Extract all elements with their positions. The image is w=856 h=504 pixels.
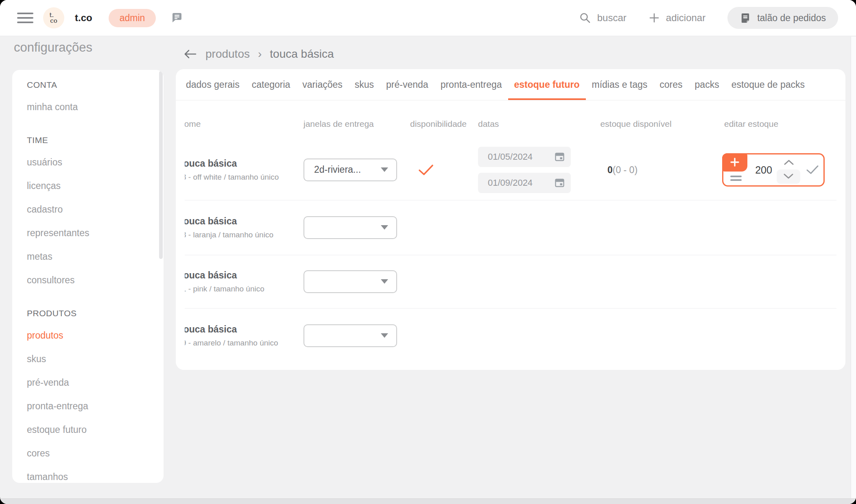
- tab-estoque-futuro[interactable]: estoque futuro: [508, 69, 586, 100]
- set-mode-button[interactable]: [730, 176, 742, 181]
- breadcrumb: produtos › touca básica: [183, 48, 334, 61]
- chat-icon[interactable]: [170, 11, 183, 24]
- stock-range-value: (0 - 0): [613, 164, 638, 175]
- sidebar-item-skus[interactable]: skus: [27, 347, 164, 371]
- sidebar-item-estoque-futuro[interactable]: estoque futuro: [27, 418, 164, 441]
- chevron-down-icon: [381, 279, 388, 284]
- sidebar-scrollbar[interactable]: [159, 71, 163, 259]
- delivery-window-select[interactable]: [304, 216, 397, 239]
- order-pad-label: talão de pedidos: [757, 13, 826, 24]
- sidebar-item-minha-conta[interactable]: minha conta: [27, 95, 164, 119]
- order-pad-button[interactable]: talão de pedidos: [727, 7, 838, 29]
- delivery-window-value: 2d-riviera...: [314, 164, 361, 175]
- sidebar-group-time: TIME: [27, 130, 164, 150]
- tab-estoque-de-packs[interactable]: estoque de packs: [725, 69, 811, 100]
- delivery-window-select[interactable]: [304, 324, 397, 347]
- search-icon: [579, 12, 591, 24]
- equals-icon: [730, 176, 742, 177]
- sku-name-cell: touca básica 8 - laranja / tamanho único: [185, 216, 301, 239]
- search-label: buscar: [597, 12, 627, 24]
- table-header: nome janelas de entrega disponibilidade …: [176, 115, 845, 133]
- sidebar-item-pronta-entrega[interactable]: pronta-entrega: [27, 394, 164, 418]
- delivery-window-select[interactable]: 2d-riviera...: [304, 159, 397, 181]
- page-horizontal-scrollbar[interactable]: [0, 498, 856, 504]
- product-name: touca básica: [185, 216, 237, 227]
- sidebar-item-tamanhos[interactable]: tamanhos: [27, 465, 164, 483]
- increment-mode-button[interactable]: [722, 153, 747, 172]
- confirm-stock-button[interactable]: [806, 165, 819, 174]
- availability-check-icon: [418, 164, 434, 176]
- role-badge: admin: [109, 9, 156, 27]
- edit-stock-widget: 200: [722, 153, 825, 187]
- sidebar-item-produtos[interactable]: produtos: [27, 324, 164, 347]
- tab-packs[interactable]: packs: [689, 69, 725, 100]
- table-row: touca básica 8 - off white / tamanho úni…: [176, 140, 845, 199]
- breadcrumb-current: touca básica: [270, 48, 334, 61]
- sidebar-item-consultores[interactable]: consultores: [27, 268, 164, 292]
- tab-pronta-entrega[interactable]: pronta-entrega: [435, 69, 508, 100]
- sku-name-cell: touca básica 9 - amarelo / tamanho único: [185, 324, 301, 348]
- page-vertical-scrollbar[interactable]: [851, 37, 856, 498]
- product-name: touca básica: [185, 324, 237, 335]
- sidebar-group-conta: CONTA: [27, 75, 164, 95]
- end-date-input[interactable]: 01/09/2024: [478, 173, 571, 193]
- plus-icon: [649, 12, 660, 24]
- sku-name-cell: touca básica 8 - off white / tamanho úni…: [185, 158, 301, 182]
- sidebar-item-representantes[interactable]: representantes: [27, 221, 164, 245]
- tab-cores[interactable]: cores: [653, 69, 688, 100]
- column-header-datas: datas: [478, 119, 499, 129]
- sidebar-item-usuarios[interactable]: usuários: [27, 150, 164, 174]
- search-button[interactable]: buscar: [579, 12, 627, 24]
- back-button[interactable]: [183, 48, 197, 60]
- breadcrumb-separator: ›: [258, 48, 262, 61]
- tab-skus[interactable]: skus: [349, 69, 380, 100]
- logo-monogram: t. co: [50, 12, 57, 24]
- chevron-down-icon: [381, 167, 388, 172]
- column-header-disponibilidade: disponibilidade: [410, 119, 468, 129]
- start-date-input[interactable]: 01/05/2024: [478, 147, 571, 167]
- add-button[interactable]: adicionar: [649, 12, 705, 24]
- sidebar-item-cores[interactable]: cores: [27, 441, 164, 465]
- dates-cell: 01/05/2024 01/09/2024: [478, 147, 571, 193]
- settings-sidebar: CONTA minha conta TIME usuários licenças…: [12, 70, 164, 483]
- table-row: touca básica 8 - laranja / tamanho único: [176, 200, 845, 255]
- column-header-editar-estoque: editar estoque: [724, 119, 778, 129]
- menu-icon[interactable]: [17, 13, 33, 23]
- column-header-nome: nome: [185, 119, 290, 129]
- sku-name-cell: touca básica 1 - pink / tamanho único: [185, 270, 301, 293]
- stock-edit-input[interactable]: 200: [752, 164, 775, 176]
- tab-midias-e-tags[interactable]: mídias e tags: [586, 69, 654, 100]
- tab-dados-gerais[interactable]: dados gerais: [180, 69, 246, 100]
- product-name: touca básica: [185, 158, 237, 169]
- start-date-value: 01/05/2024: [488, 152, 533, 162]
- sku-description: 1 - pink / tamanho único: [185, 285, 264, 293]
- plus-icon: [729, 156, 740, 168]
- stock-current-value: 0: [607, 164, 613, 175]
- sidebar-group-produtos: PRODUTOS: [27, 303, 164, 324]
- tab-variacoes[interactable]: variações: [296, 69, 348, 100]
- table-row: touca básica 1 - pink / tamanho único: [176, 255, 845, 308]
- stepper-up-button[interactable]: [782, 158, 796, 167]
- order-pad-icon: [740, 13, 751, 24]
- product-tabs: dados gerais categoria variações skus pr…: [176, 69, 845, 100]
- tab-pre-venda[interactable]: pré-venda: [380, 69, 435, 100]
- avatar[interactable]: t. co: [43, 7, 64, 28]
- product-name: touca básica: [185, 270, 237, 281]
- column-header-estoque-disponivel: estoque disponível: [597, 119, 675, 129]
- page-title: configurações: [14, 40, 92, 55]
- calendar-icon: [554, 177, 565, 188]
- sidebar-item-pre-venda[interactable]: pré-venda: [27, 371, 164, 394]
- delivery-window-select[interactable]: [304, 270, 397, 293]
- arrow-left-icon: [183, 48, 197, 60]
- stepper-down-button[interactable]: [777, 169, 800, 184]
- end-date-value: 01/09/2024: [488, 178, 533, 188]
- tab-categoria[interactable]: categoria: [246, 69, 297, 100]
- chevron-down-icon: [381, 225, 388, 230]
- sku-description: 8 - off white / tamanho único: [185, 173, 279, 182]
- sidebar-item-licencas[interactable]: licenças: [27, 174, 164, 198]
- app-window: t. co t.co admin: [0, 0, 856, 504]
- sidebar-item-metas[interactable]: metas: [27, 245, 164, 268]
- sidebar-item-cadastro[interactable]: cadastro: [27, 198, 164, 221]
- breadcrumb-parent[interactable]: produtos: [205, 48, 250, 61]
- equals-icon: [730, 179, 742, 181]
